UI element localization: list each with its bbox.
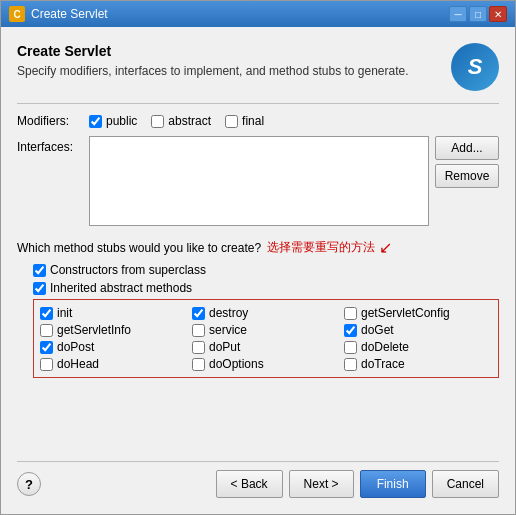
header-section: Create Servlet Specify modifiers, interf… — [17, 43, 499, 91]
add-interface-button[interactable]: Add... — [435, 136, 499, 160]
interfaces-section: Interfaces: Add... Remove — [17, 136, 499, 226]
doPut-label: doPut — [209, 340, 240, 354]
inherited-row: Inherited abstract methods — [33, 281, 499, 295]
final-checkbox[interactable] — [225, 115, 238, 128]
remove-interface-button[interactable]: Remove — [435, 164, 499, 188]
interfaces-list[interactable] — [89, 136, 429, 226]
method-getServletConfig: getServletConfig — [344, 306, 492, 320]
header-title: Create Servlet — [17, 43, 441, 59]
header-text: Create Servlet Specify modifiers, interf… — [17, 43, 441, 80]
stubs-question-text: Which method stubs would you like to cre… — [17, 241, 261, 255]
doOptions-label: doOptions — [209, 357, 264, 371]
method-doOptions: doOptions — [192, 357, 340, 371]
interfaces-buttons: Add... Remove — [435, 136, 499, 188]
doTrace-checkbox[interactable] — [344, 358, 357, 371]
interfaces-label: Interfaces: — [17, 136, 89, 154]
inherited-label: Inherited abstract methods — [50, 281, 192, 295]
method-doGet: doGet — [344, 323, 492, 337]
header-divider — [17, 103, 499, 104]
destroy-label: destroy — [209, 306, 248, 320]
doOptions-checkbox[interactable] — [192, 358, 205, 371]
minimize-button[interactable]: ─ — [449, 6, 467, 22]
modifiers-checkboxes: public abstract final — [89, 114, 264, 128]
footer-buttons: < Back Next > Finish Cancel — [216, 470, 499, 498]
getServletConfig-checkbox[interactable] — [344, 307, 357, 320]
dialog-footer: ? < Back Next > Finish Cancel — [17, 461, 499, 498]
servlet-logo: S — [451, 43, 499, 91]
window-title: Create Servlet — [31, 7, 108, 21]
method-doDelete: doDelete — [344, 340, 492, 354]
doPost-checkbox[interactable] — [40, 341, 53, 354]
public-modifier: public — [89, 114, 137, 128]
cancel-button[interactable]: Cancel — [432, 470, 499, 498]
modifiers-row: Modifiers: public abstract final — [17, 114, 499, 128]
method-doHead: doHead — [40, 357, 188, 371]
abstract-modifier: abstract — [151, 114, 211, 128]
service-checkbox[interactable] — [192, 324, 205, 337]
getServletInfo-checkbox[interactable] — [40, 324, 53, 337]
maximize-button[interactable]: □ — [469, 6, 487, 22]
doPost-label: doPost — [57, 340, 94, 354]
stubs-section: Which method stubs would you like to cre… — [17, 238, 499, 378]
constructors-checkbox[interactable] — [33, 264, 46, 277]
close-button[interactable]: ✕ — [489, 6, 507, 22]
init-checkbox[interactable] — [40, 307, 53, 320]
doPut-checkbox[interactable] — [192, 341, 205, 354]
public-label: public — [106, 114, 137, 128]
method-doTrace: doTrace — [344, 357, 492, 371]
doHead-label: doHead — [57, 357, 99, 371]
abstract-label: abstract — [168, 114, 211, 128]
getServletInfo-label: getServletInfo — [57, 323, 131, 337]
methods-grid: init destroy getServletConfig getServlet… — [40, 306, 492, 371]
finish-button[interactable]: Finish — [360, 470, 426, 498]
method-init: init — [40, 306, 188, 320]
final-label: final — [242, 114, 264, 128]
arrow-icon: ↙ — [379, 238, 392, 257]
help-button[interactable]: ? — [17, 472, 41, 496]
footer-left: ? — [17, 472, 41, 496]
constructors-row: Constructors from superclass — [33, 263, 499, 277]
getServletConfig-label: getServletConfig — [361, 306, 450, 320]
dialog-window: C Create Servlet ─ □ ✕ Create Servlet Sp… — [0, 0, 516, 515]
title-bar: C Create Servlet ─ □ ✕ — [1, 1, 515, 27]
stubs-question-row: Which method stubs would you like to cre… — [17, 238, 499, 257]
doDelete-label: doDelete — [361, 340, 409, 354]
method-destroy: destroy — [192, 306, 340, 320]
method-doPut: doPut — [192, 340, 340, 354]
service-label: service — [209, 323, 247, 337]
destroy-checkbox[interactable] — [192, 307, 205, 320]
final-modifier: final — [225, 114, 264, 128]
inherited-checkbox[interactable] — [33, 282, 46, 295]
window-controls: ─ □ ✕ — [449, 6, 507, 22]
back-button[interactable]: < Back — [216, 470, 283, 498]
doTrace-label: doTrace — [361, 357, 405, 371]
dialog-content: Create Servlet Specify modifiers, interf… — [1, 27, 515, 514]
annotation-text: 选择需要重写的方法 — [267, 239, 375, 256]
public-checkbox[interactable] — [89, 115, 102, 128]
doHead-checkbox[interactable] — [40, 358, 53, 371]
method-getServletInfo: getServletInfo — [40, 323, 188, 337]
abstract-checkbox[interactable] — [151, 115, 164, 128]
doDelete-checkbox[interactable] — [344, 341, 357, 354]
next-button[interactable]: Next > — [289, 470, 354, 498]
doGet-checkbox[interactable] — [344, 324, 357, 337]
modifiers-label: Modifiers: — [17, 114, 89, 128]
constructors-label: Constructors from superclass — [50, 263, 206, 277]
window-icon: C — [9, 6, 25, 22]
methods-box: init destroy getServletConfig getServlet… — [33, 299, 499, 378]
method-doPost: doPost — [40, 340, 188, 354]
title-bar-left: C Create Servlet — [9, 6, 108, 22]
method-service: service — [192, 323, 340, 337]
header-description: Specify modifiers, interfaces to impleme… — [17, 63, 441, 80]
doGet-label: doGet — [361, 323, 394, 337]
init-label: init — [57, 306, 72, 320]
